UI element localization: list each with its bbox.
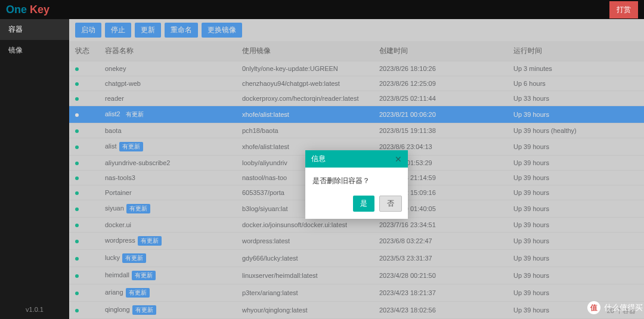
yes-button[interactable]: 是 <box>353 196 374 212</box>
sidebar-item-1[interactable]: 镜像 <box>0 40 69 61</box>
modal-overlay[interactable]: 信息 ✕ 是否删除旧容器？ 是 否 <box>69 19 644 319</box>
content-area: 启动停止更新重命名更换镜像 状态 容器名称 使用镜像 创建时间 运行时间 one… <box>69 19 644 319</box>
logo-part-one: One <box>6 4 27 16</box>
modal-body-text: 是否删除旧容器？ <box>305 168 408 191</box>
donate-button[interactable]: 打赏 <box>609 1 638 18</box>
confirm-modal: 信息 ✕ 是否删除旧容器？ 是 否 <box>305 150 408 219</box>
modal-footer: 是 否 <box>305 191 408 219</box>
sidebar: 容器镜像 v1.0.1 <box>0 19 69 319</box>
app-header: One Key 打赏 <box>0 0 644 19</box>
modal-header: 信息 ✕ <box>305 150 408 168</box>
close-icon[interactable]: ✕ <box>395 154 402 164</box>
modal-title: 信息 <box>311 154 326 164</box>
app-logo: One Key <box>6 4 49 16</box>
sidebar-item-0[interactable]: 容器 <box>0 19 69 40</box>
main-layout: 容器镜像 v1.0.1 启动停止更新重命名更换镜像 状态 容器名称 使用镜像 创… <box>0 19 644 319</box>
logo-part-key: Key <box>27 4 49 16</box>
watermark-icon: 值 <box>587 301 600 314</box>
watermark-text: 什么值得买 <box>604 302 643 313</box>
version-label: v1.0.1 <box>0 300 69 319</box>
watermark: 值 什么值得买 <box>587 301 643 314</box>
no-button[interactable]: 否 <box>379 196 402 212</box>
